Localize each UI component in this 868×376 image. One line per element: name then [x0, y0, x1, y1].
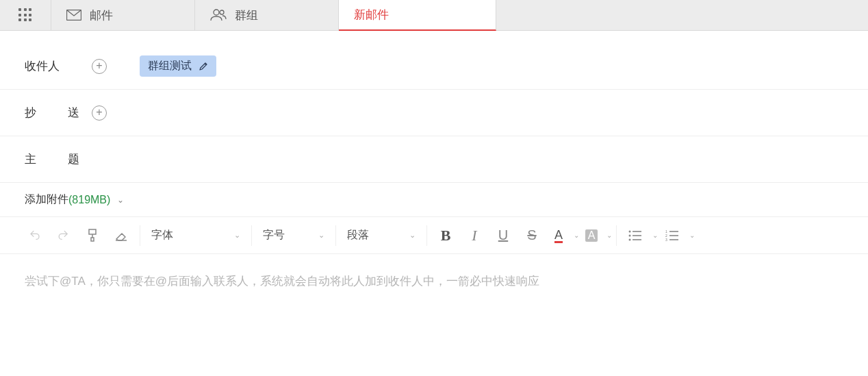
svg-point-2 [220, 10, 224, 14]
chevron-down-icon: ⌄ [318, 231, 324, 240]
font-family-dropdown[interactable]: 字体 ⌄ [144, 222, 247, 249]
email-body-editor[interactable]: 尝试下@TA，你只需要在@后面输入联系人，系统就会自动将此人加到收件人中，一箭必… [0, 254, 868, 308]
italic-button[interactable]: I [460, 222, 489, 249]
add-recipient-button[interactable] [92, 59, 107, 74]
svg-text:3: 3 [665, 238, 667, 241]
tab-compose[interactable]: 新邮件 [339, 0, 496, 31]
cc-row: 抄 送 [0, 90, 868, 136]
font-family-label: 字体 [151, 228, 173, 242]
tab-compose-label: 新邮件 [354, 7, 389, 23]
attach-size: (819MB) [68, 194, 110, 206]
tab-bar: 邮件 群组 新邮件 [0, 0, 868, 31]
subject-content [79, 149, 843, 171]
subject-row: 主 题 [0, 136, 868, 183]
chevron-down-icon: ⌄ [409, 231, 416, 240]
add-attachment-button[interactable]: 添加附件 (819MB) ⌄ [0, 183, 868, 217]
ordered-list-button[interactable]: 123 [658, 222, 687, 249]
people-icon [210, 9, 227, 21]
highlight-color-dropdown[interactable]: ⌄ [607, 231, 612, 239]
body-placeholder: 尝试下@TA，你只需要在@后面输入联系人，系统就会自动将此人加到收件人中，一箭必… [25, 275, 539, 288]
font-size-label: 字号 [263, 228, 285, 242]
paragraph-label: 段落 [347, 228, 369, 242]
font-color-dropdown[interactable]: ⌄ [574, 231, 579, 239]
subject-label: 主 题 [25, 151, 79, 167]
highlight-color-button[interactable]: A [579, 222, 604, 249]
svg-point-1 [214, 10, 219, 15]
editor-toolbar: 字体 ⌄ 字号 ⌄ 段落 ⌄ B I U S A ⌄ A ⌄ ⌄ 123 ⌄ [0, 217, 868, 254]
paragraph-dropdown[interactable]: 段落 ⌄ [340, 222, 422, 249]
apps-grid-button[interactable] [0, 0, 51, 30]
format-painter-button[interactable] [78, 222, 107, 249]
undo-button[interactable] [21, 222, 49, 249]
subject-input[interactable] [141, 149, 843, 171]
ordered-list-dropdown[interactable]: ⌄ [689, 231, 695, 239]
tab-mail-label: 邮件 [90, 8, 113, 23]
chevron-down-icon: ⌄ [234, 231, 240, 240]
svg-point-7 [629, 234, 631, 236]
chevron-down-icon: ⌄ [117, 195, 124, 205]
redo-button[interactable] [49, 222, 78, 249]
apps-grid-icon [18, 8, 32, 22]
tab-groups[interactable]: 群组 [195, 0, 339, 30]
recipient-chip[interactable]: 群组测试 [140, 55, 216, 77]
svg-point-5 [629, 230, 631, 232]
add-cc-button[interactable] [92, 105, 107, 121]
recipient-chip-label: 群组测试 [148, 59, 192, 73]
cc-label: 抄 送 [25, 105, 79, 121]
font-size-dropdown[interactable]: 字号 ⌄ [256, 222, 331, 249]
mail-icon [66, 10, 81, 21]
eraser-button[interactable] [107, 222, 136, 249]
tab-groups-label: 群组 [235, 8, 258, 23]
unordered-list-dropdown[interactable]: ⌄ [652, 231, 658, 239]
font-color-button[interactable]: A [546, 222, 571, 249]
to-label: 收件人 [25, 58, 79, 74]
recipients-row: 收件人 群组测试 [0, 43, 868, 90]
bold-button[interactable]: B [431, 222, 460, 249]
underline-button[interactable]: U [489, 222, 518, 249]
pencil-icon[interactable] [199, 62, 208, 71]
unordered-list-button[interactable] [621, 222, 650, 249]
tab-mail[interactable]: 邮件 [51, 0, 195, 30]
recipients-content[interactable]: 群组测试 [107, 55, 843, 77]
attach-label: 添加附件 [25, 192, 68, 207]
strikethrough-button[interactable]: S [518, 222, 546, 249]
svg-point-9 [629, 238, 631, 240]
svg-rect-3 [89, 229, 96, 234]
